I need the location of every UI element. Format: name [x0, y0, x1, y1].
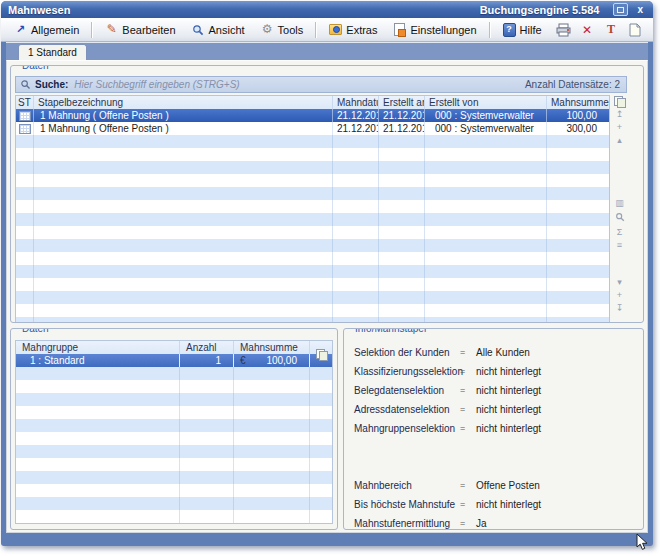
delete-button[interactable]: ✕ — [579, 22, 595, 38]
empty-row — [16, 200, 609, 213]
table-row[interactable]: 1 Mahnung ( Offene Posten ) 21.12.2016 2… — [16, 122, 609, 135]
empty-row — [16, 226, 609, 239]
columns-icon[interactable]: ▥ — [615, 197, 624, 210]
mahngruppe-grid: Mahngruppe Anzahl Mahnsumme € 1 : Standa… — [15, 340, 333, 524]
menu-bearbeiten[interactable]: ✎ Bearbeiten — [98, 20, 182, 39]
window-subtitle: Buchungsengine 5.584 — [480, 4, 600, 16]
menu-einstellungen[interactable]: Einstellungen — [386, 20, 483, 39]
empty-row — [16, 406, 332, 419]
scroll-down-icon[interactable]: ▾ — [617, 276, 622, 289]
info-separator: = — [460, 343, 476, 362]
info-label: Bis höchste Mahnstufe — [354, 495, 460, 514]
column-header-stapelbezeichnung[interactable]: Stapelbezeichnung — [34, 96, 333, 109]
empty-row — [16, 239, 609, 252]
info-row: Selektion der Kunden = Alle Kunden — [354, 343, 635, 362]
menubar-right-buttons: ✕ T — [555, 22, 647, 38]
tab-standard[interactable]: 1 Standard — [18, 44, 87, 60]
empty-row — [16, 278, 609, 291]
cell-stapelbezeichnung: 1 Mahnung ( Offene Posten ) — [34, 109, 333, 122]
table-row-selected[interactable]: 1 Mahnung ( Offene Posten ) 21.12.2016 2… — [16, 109, 609, 122]
menu-extras[interactable]: Extras — [322, 20, 384, 39]
close-button[interactable]: x — [634, 4, 646, 15]
menu-tools[interactable]: ⚙ Tools — [254, 20, 311, 39]
print-button[interactable] — [555, 22, 571, 38]
cell-erstellt-am: 21.12.2016 — [379, 109, 425, 122]
menu-label-tools: Tools — [278, 24, 304, 36]
menu-hilfe[interactable]: ? Hilfe — [496, 20, 549, 39]
empty-row — [16, 213, 609, 226]
empty-row — [16, 252, 609, 265]
empty-row — [16, 510, 332, 523]
new-document-button[interactable] — [627, 22, 643, 38]
column-header-mahndatum[interactable]: Mahndatum — [333, 96, 379, 109]
info-label: Selektion der Kunden — [354, 343, 460, 362]
info-value: nicht hinterlegt — [476, 381, 541, 400]
window-restore-glyph — [617, 7, 624, 13]
info-row: Belegdatenselektion = nicht hinterlegt — [354, 381, 635, 400]
info-value: nicht hinterlegt — [476, 400, 541, 419]
gear-icon: ⚙ — [261, 23, 274, 36]
info-value: nicht hinterlegt — [476, 419, 541, 438]
info-row: Bis höchste Mahnstufe = nicht hinterlegt — [354, 495, 635, 514]
menu-separator — [315, 22, 317, 38]
empty-row — [16, 380, 332, 393]
go-to-bottom-icon[interactable]: ↧ — [616, 302, 624, 315]
window-restore-icon[interactable] — [613, 3, 628, 16]
empty-row — [16, 497, 332, 510]
cell-mahnsumme: 300,00 — [547, 122, 609, 135]
cell-erstellt-von: 000 : Systemverwalter — [425, 109, 547, 122]
row-type-icon — [16, 109, 34, 122]
cell-mahndatum: 21.12.2016 — [333, 122, 379, 135]
menu-label-extras: Extras — [346, 24, 377, 36]
hammer-button[interactable]: T — [603, 22, 619, 38]
window-title: Mahnwesen — [8, 4, 70, 16]
empty-row — [16, 432, 332, 445]
search-input[interactable] — [72, 77, 521, 92]
desktop: Mahnwesen Buchungsengine 5.584 x ↗ Allge… — [0, 0, 660, 556]
info-row: Mahnbereich = Offene Posten — [354, 476, 635, 495]
groupbox-info-mahnstapel: Info/Mahnstapel Selektion der Kunden = A… — [343, 328, 644, 530]
scroll-up-icon[interactable]: ▴ — [617, 134, 622, 147]
grid-area: ST Stapelbezeichnung Mahndatum Erstellt … — [15, 95, 627, 323]
menu-label-allgemein: Allgemein — [31, 24, 79, 36]
tabstrip: 1 Standard — [6, 43, 648, 60]
empty-row — [16, 445, 332, 458]
add-row-bottom-icon[interactable]: + — [617, 289, 622, 302]
window-content: 1 Standard Daten Suche: Anzahl Datensätz… — [6, 42, 648, 533]
groupbox-title: Daten — [19, 65, 52, 71]
sum-icon[interactable]: Σ — [617, 226, 623, 239]
column-header-erstellt-von[interactable]: Erstellt von — [425, 96, 547, 109]
copy-icon[interactable] — [614, 96, 625, 106]
magnifier-icon — [192, 23, 205, 36]
column-header-st[interactable]: ST — [16, 96, 34, 109]
grid-search-icon[interactable] — [615, 212, 625, 224]
titlebar: Mahnwesen Buchungsengine 5.584 x — [1, 1, 653, 18]
menu-separator — [489, 22, 491, 38]
table-row-selected[interactable]: 1 : Standard 1 100,00 — [16, 354, 332, 367]
menu-allgemein[interactable]: ↗ Allgemein — [7, 20, 86, 39]
info-row: Klassifizierungsselektion = nicht hinter… — [354, 362, 635, 381]
empty-row — [16, 484, 332, 497]
mouse-cursor — [636, 533, 650, 553]
menu-label-bearbeiten: Bearbeiten — [122, 24, 175, 36]
go-to-top-icon[interactable]: ↥ — [616, 108, 624, 121]
info-separator: = — [460, 362, 476, 381]
menu-label-ansicht: Ansicht — [209, 24, 245, 36]
empty-row — [16, 304, 609, 317]
search-icon — [20, 79, 31, 90]
info-row: Mahnstufenermittlung = Ja — [354, 514, 635, 530]
groupbox-title: Info/Mahnstapel — [352, 328, 429, 334]
empty-row — [16, 161, 609, 174]
row-type-icon — [16, 122, 34, 135]
menu-ansicht[interactable]: Ansicht — [185, 20, 252, 39]
menubar: ↗ Allgemein ✎ Bearbeiten Ansicht ⚙ Tools — [1, 18, 653, 42]
empty-rows-container — [16, 135, 609, 323]
cell-mahnsumme: 100,00 — [547, 109, 609, 122]
add-row-icon[interactable]: + — [617, 121, 622, 134]
info-separator: = — [460, 514, 476, 530]
info-label: Adressdatenselektion — [354, 400, 460, 419]
column-header-erstellt-am[interactable]: Erstellt am — [379, 96, 425, 109]
menu-label-hilfe: Hilfe — [520, 24, 542, 36]
filter-icon[interactable]: ≡ — [617, 239, 622, 252]
column-header-mahnsumme[interactable]: Mahnsumme € — [547, 96, 609, 109]
